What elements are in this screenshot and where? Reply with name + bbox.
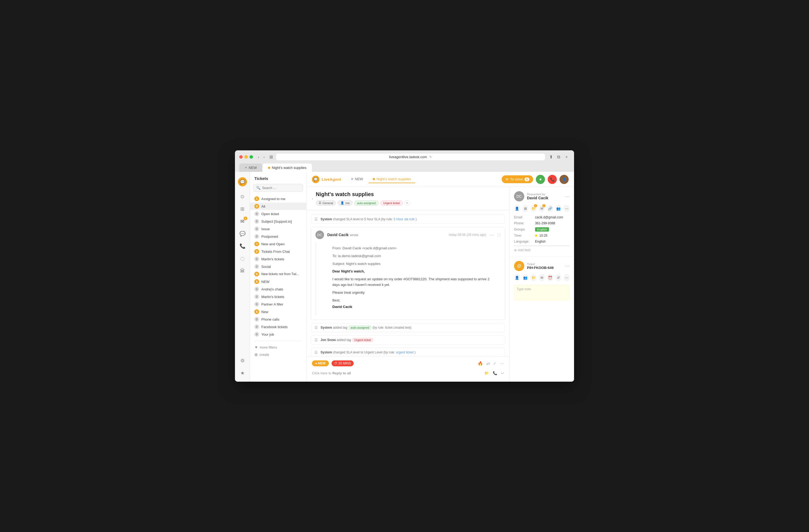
ticket-menu-button[interactable]: ⋯ [565,263,570,269]
sidebar-item-social[interactable]: 0 Social [250,263,306,270]
ts-person-btn[interactable]: 👤 [514,274,520,281]
forward-reply-icon-btn[interactable]: ↩ [501,371,504,375]
create-btn[interactable]: ⊕ create [250,351,306,358]
address-bar[interactable]: liveagentlive.ladesk.com ↻ [276,154,545,160]
tab-new[interactable]: ✦ NEW [239,163,262,172]
share-icon[interactable]: ⬆ [548,154,554,160]
back-button[interactable]: ‹ [256,154,261,160]
rp-more2-btn[interactable]: ⋯ [564,205,570,212]
user-avatar[interactable]: 👤 [560,175,569,184]
sidebar-item-andrejs-chats[interactable]: 0 Andrej's chats [250,285,306,293]
sidebar-item-subject[interactable]: 0 Subject [Support.in] [250,217,306,225]
email-menu-button[interactable]: ⋯ [489,232,494,237]
rp-link-btn[interactable]: 🔗 [547,205,553,212]
star-icon[interactable]: ★ [237,368,248,378]
solve-button[interactable]: ✉ To solve 6 [502,175,533,183]
tag-me[interactable]: 👤 me [338,200,352,206]
ticket-icon: @ [517,264,521,268]
tab-ticket[interactable]: Night's watch supplies [263,163,312,172]
ts-clock-btn[interactable]: ⏰ [547,274,553,281]
fullscreen-traffic-light[interactable] [249,155,253,159]
sidebar-item-new-tickets-twi[interactable]: 6 New tickets not from Twi... [250,270,306,278]
sidebar-item-new-6[interactable]: 6 New [250,308,306,316]
ts-group-btn[interactable]: 👥 [522,274,529,281]
sidebar-item-your-job[interactable]: 0 Your job [250,331,306,338]
sidebar-item-open-ticket[interactable]: 0 Open ticket [250,210,306,217]
browser-top: ‹ › ⊞ liveagentlive.ladesk.com ↻ ⬆ ⧉ ＋ [239,154,570,160]
settings-icon[interactable]: ⚙ [237,355,248,366]
more-icon-btn[interactable]: ⋯ [500,361,504,366]
sidebar-item-postponed[interactable]: 0 Postponed [250,233,306,240]
minimize-traffic-light[interactable] [244,155,248,159]
resolve-icon-btn[interactable]: ✓ [493,361,497,366]
call-button[interactable]: 📞 [548,175,557,184]
tag-general[interactable]: ☰ General [316,200,336,206]
more-filters-btn[interactable]: ▼ more filters [250,344,306,351]
rp-header: DC Requested by David Cacik ⋯ [514,191,570,201]
requester-menu-button[interactable]: ⋯ [565,193,570,199]
sidebar-item-issue[interactable]: 0 Issue [250,225,306,233]
header-tab-ticket[interactable]: Night's watch supplies [368,175,415,183]
tag-me-label: me [345,201,349,205]
sidebar-item-facebook[interactable]: 0 Facebook tickets [250,323,306,331]
header-tab-new[interactable]: ⊕ NEW [347,175,367,183]
rp-email-btn[interactable]: ✉ 1 [539,205,545,212]
expand-email-button[interactable]: ⬚ [497,233,501,237]
note-area[interactable]: Type note [514,285,570,301]
call-reply-icon-btn[interactable]: 📞 [493,371,497,375]
tag-general-label: General [323,201,333,205]
system-icon-2: ☰ [314,325,318,330]
search-box[interactable]: 🔍 [253,184,303,192]
ts-more-btn[interactable]: ⋯ [564,274,570,281]
building-icon[interactable]: 🏛 [237,265,248,276]
email-icon[interactable]: ✉ 1 [237,216,248,227]
sidebar-item-new-and-open[interactable]: 7 New and Open [250,240,306,248]
tag-urgent[interactable]: Urgent ticket [380,200,403,206]
count-new-and-open: 7 [254,242,259,246]
chat-icon[interactable]: 💬 [237,228,248,239]
close-traffic-light[interactable] [239,155,243,159]
rp-phone-row: Phone: 361-299-9388 [514,221,570,225]
ts-email-btn[interactable]: ✉ [539,274,545,281]
grid-icon[interactable]: ⊞ [237,203,248,214]
collapse-button[interactable]: ‹ [312,197,313,201]
count-your-job: 0 [254,332,259,337]
sidebar-item-new[interactable]: 6 NEW [250,278,306,285]
count-twi: 6 [254,272,259,277]
rp-person-btn[interactable]: 👤 [514,205,520,212]
ticket-section: @ Ticket PIH-FKOOB-649 ⋯ 👤 👥 📁 [510,256,574,305]
sidebar-item-assigned-to-me[interactable]: 1 Assigned to me [250,195,306,202]
browser-chrome: ‹ › ⊞ liveagentlive.ladesk.com ↻ ⬆ ⧉ ＋ ✦… [235,150,574,172]
new-tab-icon[interactable]: ＋ [563,154,570,160]
phone-icon[interactable]: 📞 [237,241,248,251]
clock-icon[interactable]: ◌ [237,253,248,264]
rp-language-row: Language: English [514,240,570,243]
add-field-btn[interactable]: ⊕ Add field [514,248,570,252]
attachment-icon-btn[interactable]: 📁 [484,371,489,375]
duplicate-icon[interactable]: ⧉ [556,154,561,160]
sidebar-item-martins-tickets-1[interactable]: 0 Martin's tickets [250,255,306,263]
fire-icon-btn[interactable]: 🔥 [478,361,483,366]
sidebar-item-all[interactable]: 9 All [250,202,306,210]
reply-click-area[interactable]: Click here to Reply to all 📁 📞 ↩ [312,369,504,378]
search-input[interactable] [262,186,300,190]
rp-grid-btn[interactable]: ⊞ [522,205,529,212]
sidebar-item-phone-calls[interactable]: 0 Phone calls [250,316,306,323]
add-tag-button[interactable]: + [404,200,410,206]
ts-history-btn[interactable]: ↺ [555,274,562,281]
ts-folder-btn[interactable]: 📁 [531,274,537,281]
refresh-icon[interactable]: ↻ [429,155,432,159]
sender-initials: DC [317,233,323,237]
transfer-icon-btn[interactable]: ⇄ [486,361,490,366]
sidebar-item-partner-a[interactable]: 0 Partner A filter [250,300,306,308]
forward-button[interactable]: › [262,154,266,160]
tag-auto-assigned[interactable]: auto-assigned [354,200,379,206]
status-green-button[interactable]: ■ [536,175,545,184]
tab-grid-icon[interactable]: ⊞ [270,154,273,159]
sidebar-item-martins-tickets-2[interactable]: 0 Martin's tickets [250,293,306,300]
rp-user2-btn[interactable]: 👥 [555,205,562,212]
tab-new-label: NEW [249,166,257,170]
sidebar-item-tickets-from-chat[interactable]: 2 Tickets From Chat [250,248,306,255]
rp-folder-btn[interactable]: 📁 1 [531,205,537,212]
dashboard-icon[interactable]: ⊙ [237,191,248,202]
